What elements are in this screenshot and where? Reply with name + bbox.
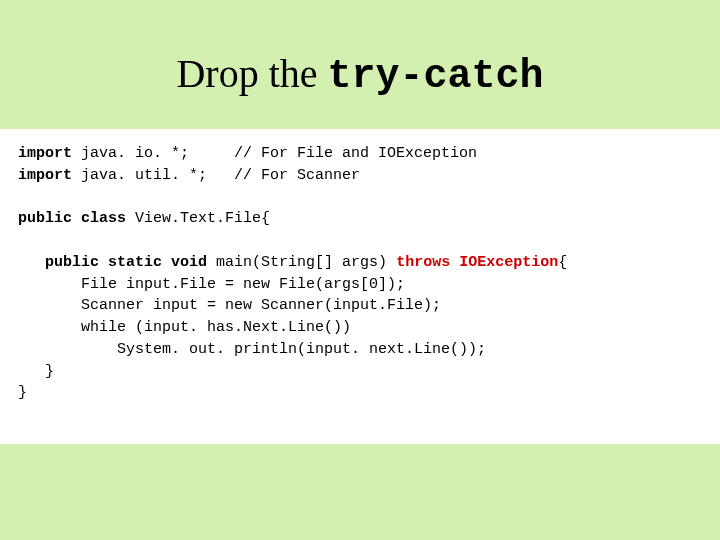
kw-import-1: import <box>18 145 72 162</box>
exception-name: IOException <box>459 254 558 271</box>
code-line-10: } <box>18 384 27 401</box>
slide: Drop the try-catch import java. io. *; /… <box>0 0 720 540</box>
title-prefix: Drop the <box>176 51 327 96</box>
code-block: import java. io. *; // For File and IOEx… <box>0 129 720 444</box>
kw-class: class <box>81 210 126 227</box>
kw-public-2: public <box>45 254 99 271</box>
code-line-1: java. io. *; // For File and IOException <box>72 145 477 162</box>
sp <box>450 254 459 271</box>
code-line-9: } <box>18 363 54 380</box>
title-mono: try-catch <box>328 54 544 99</box>
kw-public-1: public <box>18 210 72 227</box>
sp <box>162 254 171 271</box>
code-line-8: System. out. println(input. next.Line())… <box>18 341 486 358</box>
kw-static: static <box>108 254 162 271</box>
code-line-6: Scanner input = new Scanner(input.File); <box>18 297 441 314</box>
kw-import-2: import <box>18 167 72 184</box>
kw-void: void <box>171 254 207 271</box>
code-line-7: while (input. has.Next.Line()) <box>18 319 351 336</box>
indent-4 <box>18 254 45 271</box>
code-line-2: java. util. *; // For Scanner <box>72 167 360 184</box>
sp <box>72 210 81 227</box>
main-sig: main(String[] args) <box>207 254 396 271</box>
kw-throws: throws <box>396 254 450 271</box>
code-line-5: File input.File = new File(args[0]); <box>18 276 405 293</box>
sp <box>99 254 108 271</box>
brace-open: { <box>558 254 567 271</box>
slide-title: Drop the try-catch <box>0 0 720 129</box>
code-line-3: View.Text.File{ <box>126 210 270 227</box>
